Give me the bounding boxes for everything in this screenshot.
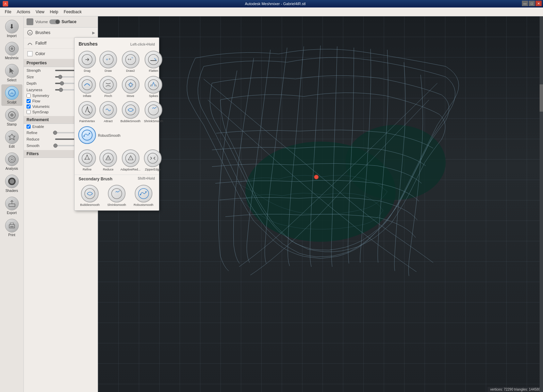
import-icon: ⬇ — [5, 20, 19, 33]
svg-rect-15 — [28, 20, 32, 24]
brush-paintvertex[interactable]: PaintVertex — [77, 100, 97, 124]
scroll-thumb[interactable] — [540, 84, 543, 112]
brush-move[interactable]: Move — [119, 75, 142, 99]
svg-point-57 — [145, 191, 147, 193]
brush-reduce-icon — [99, 149, 117, 167]
svg-point-5 — [10, 113, 14, 117]
brush-zipperedge[interactable]: ZipperEdge — [143, 148, 163, 172]
edit-icon — [5, 130, 19, 144]
window-controls: — □ ✕ — [522, 1, 542, 6]
maximize-button[interactable]: □ — [529, 1, 535, 6]
brush-inflate[interactable]: Inflate — [77, 75, 97, 99]
brush-secondary-robustsmooth[interactable]: Robustsmooth — [131, 184, 156, 208]
tool-meshmix[interactable]: Meshmix — [1, 40, 22, 62]
brush-robustsmooth-label: RobustSmooth — [98, 134, 120, 137]
brush-move-label: Move — [127, 94, 134, 98]
brush-spikes[interactable]: Spikes — [143, 75, 164, 99]
menu-file[interactable]: File — [2, 9, 14, 15]
brushes-popup-title: Brushes Left-click+Hold — [75, 38, 159, 48]
right-scrollbar[interactable] — [540, 16, 543, 392]
brush-refine-icon — [78, 149, 96, 167]
brush-pinch[interactable]: Pinch — [98, 75, 118, 99]
svg-point-56 — [140, 194, 141, 195]
color-nav-icon — [27, 50, 33, 57]
svg-point-53 — [85, 189, 95, 199]
tool-stamp[interactable]: Stamp — [1, 107, 22, 128]
volume-icon — [27, 18, 33, 25]
menu-view[interactable]: View — [33, 9, 47, 15]
svg-rect-14 — [10, 226, 14, 227]
brush-attract-icon — [99, 101, 117, 119]
symmetry-checkbox[interactable] — [27, 94, 31, 98]
brush-spikes-icon — [145, 76, 162, 94]
minimize-button[interactable]: — — [522, 1, 528, 6]
menu-help[interactable]: Help — [47, 9, 61, 15]
tool-print[interactable]: Print — [1, 217, 22, 239]
secondary-brush-header: Secondary Brush Shift+Hold — [75, 175, 159, 182]
brushes-arrow: ▶ — [92, 31, 95, 35]
svg-point-28 — [126, 80, 136, 90]
brush-shrinksmooth[interactable]: ShrinkSmooth — [143, 100, 164, 124]
svg-marker-6 — [9, 134, 15, 140]
flow-label: Flow — [32, 99, 40, 103]
enable-checkbox[interactable] — [27, 125, 31, 129]
tool-edit[interactable]: Edit — [1, 129, 22, 150]
brush-paintvertex-label: PaintVertex — [79, 119, 95, 123]
sculpt-label: Sculpt — [7, 100, 17, 104]
lazyness-label: Lazyness — [27, 88, 54, 92]
brush-bubblesmooth[interactable]: BubbleSmooth — [119, 100, 142, 124]
brush-secondary-shrinksmooth[interactable]: Shrinksmooth — [104, 184, 130, 208]
brush-drag-label: Drag — [84, 69, 90, 72]
brush-adaptivered[interactable]: AdaptiveRed... — [119, 148, 142, 172]
size-label: Size — [27, 75, 54, 79]
strength-label: Strength — [27, 68, 54, 72]
tool-import[interactable]: ⬇ Import — [1, 18, 22, 39]
close-button[interactable]: ✕ — [536, 1, 542, 6]
brush-attract[interactable]: Attract — [98, 100, 118, 124]
falloff-nav-label: Falloff — [27, 40, 46, 47]
brush-draw[interactable]: ++ Draw — [98, 50, 118, 74]
print-label: Print — [8, 233, 15, 237]
brushes-label: Brushes — [35, 30, 50, 35]
brushes-popup: Brushes Left-click+Hold Drag ++ Draw — [74, 37, 159, 211]
brush-refine[interactable]: Refine — [77, 148, 97, 172]
brush-zipperedge-label: ZipperEdge — [145, 168, 161, 171]
svg-point-1 — [11, 47, 13, 50]
menu-feedback[interactable]: Feedback — [61, 9, 84, 15]
brush-draw2-icon: +++ — [122, 51, 139, 68]
brush-draw-icon: ++ — [99, 51, 117, 68]
tool-analysis[interactable]: Analysis — [1, 151, 22, 172]
svg-point-27 — [103, 80, 113, 90]
menu-actions[interactable]: Actions — [14, 9, 33, 15]
flow-checkbox[interactable] — [27, 99, 31, 103]
mode-toggle[interactable] — [49, 19, 60, 24]
edit-label: Edit — [9, 145, 15, 148]
brush-pinch-icon — [99, 76, 117, 94]
svg-rect-17 — [28, 51, 32, 56]
svg-point-40 — [87, 155, 88, 156]
svg-point-43 — [86, 157, 86, 158]
brush-flatten[interactable]: Flatten — [143, 50, 164, 74]
brush-drag[interactable]: Drag — [77, 50, 97, 74]
depth-label: Depth — [27, 81, 54, 85]
symsnap-checkbox[interactable] — [27, 110, 31, 114]
volumetric-label: Volumetric — [32, 104, 50, 109]
tool-sculpt[interactable]: Sculpt — [1, 84, 22, 106]
svg-text:+: + — [109, 57, 111, 61]
analysis-icon — [5, 152, 19, 166]
brush-secondary-bubblesmooth[interactable]: Bubblesmooth — [77, 184, 103, 208]
brush-secondary-robustsmooth-icon — [135, 185, 152, 202]
falloff-nav-icon — [27, 40, 33, 47]
tool-shaders[interactable]: Shaders — [1, 173, 22, 194]
viewport[interactable]: vertices: 72290 triangles: 144588 — [98, 16, 543, 392]
svg-text:+: + — [106, 57, 108, 62]
tool-export[interactable]: Export — [1, 195, 22, 216]
brush-reduce[interactable]: Reduce — [98, 148, 118, 172]
brushes-nav-item[interactable]: Brushes ▶ — [24, 28, 98, 38]
brush-drag-icon — [78, 51, 96, 68]
tool-select[interactable]: Select — [1, 62, 22, 84]
volumetric-checkbox[interactable] — [27, 104, 31, 109]
statusbar: vertices: 72290 triangles: 144588 — [488, 387, 543, 392]
brush-draw2[interactable]: +++ Draw2 — [119, 50, 142, 74]
brush-robustsmooth[interactable]: RobustSmooth — [77, 125, 121, 145]
